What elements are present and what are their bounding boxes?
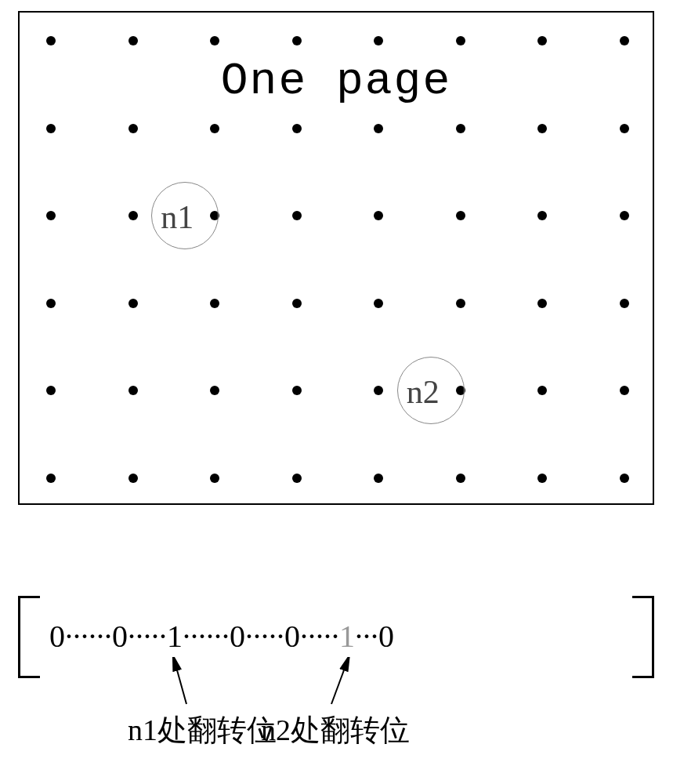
grid-dot bbox=[620, 36, 629, 45]
page-title: One page bbox=[20, 56, 653, 107]
grid-dot bbox=[210, 124, 219, 133]
bit-digit: 0 bbox=[284, 619, 300, 654]
bit-ellipsis: ····· bbox=[245, 619, 284, 654]
grid-dot bbox=[46, 211, 56, 220]
grid-dot bbox=[620, 211, 629, 220]
grid-dot bbox=[292, 36, 302, 45]
grid-dot bbox=[456, 474, 465, 483]
grid-dot bbox=[292, 124, 302, 133]
grid-dot bbox=[46, 386, 56, 395]
grid-dot bbox=[374, 299, 383, 308]
grid-dot bbox=[456, 211, 465, 220]
bit-digit: 1 bbox=[167, 619, 183, 654]
bracket-right bbox=[632, 596, 654, 678]
bit-digit: 1 bbox=[339, 619, 355, 654]
bit-digit: 0 bbox=[49, 619, 65, 654]
grid-dot bbox=[46, 36, 56, 45]
bit-digit: 0 bbox=[230, 619, 245, 654]
grid-dot bbox=[46, 474, 56, 483]
grid-dot bbox=[374, 474, 383, 483]
flip-caption-n2: n2处翻转位 bbox=[261, 710, 410, 750]
grid-dot bbox=[537, 211, 547, 220]
grid-dot bbox=[210, 474, 219, 483]
marker-label-n1: n1 bbox=[161, 198, 194, 236]
grid-dot bbox=[620, 474, 629, 483]
grid-dot bbox=[46, 299, 56, 308]
grid-dot bbox=[374, 386, 383, 395]
svg-line-0 bbox=[175, 662, 186, 704]
bit-digit: 0 bbox=[112, 619, 128, 654]
grid-dot bbox=[537, 36, 547, 45]
memory-page-box: One page n1n2 bbox=[18, 11, 654, 505]
arrow-n2 bbox=[316, 657, 378, 712]
grid-dot bbox=[537, 386, 547, 395]
grid-dot bbox=[210, 36, 219, 45]
bit-ellipsis: ····· bbox=[128, 619, 167, 654]
grid-dot bbox=[374, 36, 383, 45]
bitvector-sequence: 0······0·····1······0·····0·····1···0 bbox=[49, 618, 623, 655]
grid-dot bbox=[210, 299, 219, 308]
grid-dot bbox=[128, 211, 138, 220]
grid-dot bbox=[128, 36, 138, 45]
bit-digit: 0 bbox=[378, 619, 394, 654]
grid-dot bbox=[292, 299, 302, 308]
grid-dot bbox=[128, 124, 138, 133]
arrow-n1 bbox=[143, 657, 206, 712]
grid-dot bbox=[537, 124, 547, 133]
grid-dot bbox=[210, 386, 219, 395]
grid-dot bbox=[374, 124, 383, 133]
bit-ellipsis: ······ bbox=[65, 619, 112, 654]
grid-dot bbox=[46, 124, 56, 133]
flip-caption-n1: n1处翻转位 bbox=[128, 710, 277, 750]
grid-dot bbox=[128, 299, 138, 308]
grid-dot bbox=[537, 474, 547, 483]
grid-dot bbox=[620, 386, 629, 395]
grid-dot bbox=[292, 211, 302, 220]
marker-label-n2: n2 bbox=[407, 373, 440, 411]
grid-dot bbox=[128, 474, 138, 483]
svg-line-1 bbox=[331, 662, 347, 704]
grid-dot bbox=[128, 386, 138, 395]
grid-dot bbox=[292, 474, 302, 483]
grid-dot bbox=[456, 299, 465, 308]
grid-dot bbox=[620, 124, 629, 133]
bit-ellipsis: ··· bbox=[355, 619, 378, 654]
grid-dot bbox=[620, 299, 629, 308]
grid-dot bbox=[292, 386, 302, 395]
bit-ellipsis: ······ bbox=[183, 619, 230, 654]
grid-dot bbox=[537, 299, 547, 308]
grid-dot bbox=[456, 36, 465, 45]
grid-dot bbox=[374, 211, 383, 220]
grid-dot bbox=[456, 124, 465, 133]
bit-ellipsis: ····· bbox=[300, 619, 339, 654]
bracket-left bbox=[18, 596, 40, 678]
